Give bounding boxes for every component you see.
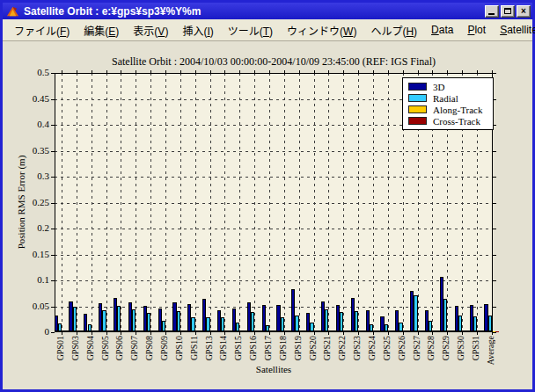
x-tick-label: GPS20	[307, 336, 319, 360]
grid-line-vertical	[77, 73, 77, 332]
y-tick-right	[493, 229, 496, 229]
y-tick-label: 0.05	[21, 301, 49, 311]
menu-item-edit[interactable]: 編集(E)	[77, 20, 126, 40]
menu-item-file[interactable]: ファイル(F)	[7, 20, 77, 40]
x-tick-top	[343, 70, 344, 73]
x-tick-bottom	[165, 332, 166, 335]
x-tick-label: GPS15	[232, 336, 244, 360]
bar-radial	[73, 307, 77, 333]
y-tick-label: 0	[21, 326, 49, 337]
x-tick-bottom	[210, 332, 211, 335]
y-tick-left	[51, 177, 55, 178]
y-tick-label: 0.15	[21, 249, 49, 259]
x-tick-bottom	[418, 332, 419, 335]
x-tick-label: GPS16	[247, 336, 259, 360]
grid-line-vertical	[343, 73, 344, 332]
x-tick-bottom	[195, 332, 196, 335]
x-tick-label: GPS07	[128, 336, 140, 360]
menu-item-help[interactable]: ヘルプ(H)	[363, 20, 424, 40]
grid-line-vertical	[136, 73, 136, 332]
x-tick-bottom	[62, 332, 62, 335]
legend-swatch-3d	[408, 83, 427, 91]
x-tick-label: GPS31	[470, 336, 481, 360]
x-tick-top	[121, 70, 121, 73]
y-tick-label: 0.4	[21, 119, 49, 129]
x-tick-top	[180, 70, 181, 73]
x-tick-top	[373, 70, 374, 73]
x-tick-label: GPS26	[396, 336, 407, 360]
x-tick-label: GPS05	[99, 336, 111, 360]
x-tick-label: GPS17	[262, 336, 274, 360]
menu-item-window[interactable]: ウィンドウ(W)	[280, 20, 363, 40]
grid-line-vertical	[314, 73, 315, 332]
y-axis-label: Position RMS Error (m)	[16, 156, 26, 250]
x-tick-label: GPS23	[351, 336, 363, 360]
bar-radial	[340, 312, 343, 332]
x-tick-bottom	[284, 332, 285, 335]
y-tick-left	[51, 332, 55, 333]
legend-label-along-track: Along-Track	[433, 105, 482, 115]
y-tick-left	[51, 229, 55, 229]
y-tick-label: 0.35	[21, 145, 49, 156]
x-tick-top	[477, 70, 478, 73]
x-tick-top	[388, 70, 389, 73]
grid-line-vertical	[388, 73, 389, 332]
y-tick-right	[493, 307, 496, 308]
bar-radial	[488, 316, 492, 332]
grid-line-vertical	[195, 73, 196, 332]
x-tick-bottom	[447, 332, 448, 335]
x-tick-bottom	[388, 332, 389, 335]
close-icon: ×	[521, 7, 526, 16]
x-tick-label: GPS27	[411, 336, 422, 360]
y-tick-left	[51, 73, 55, 74]
bar-radial	[236, 323, 239, 332]
grid-line-vertical	[150, 73, 151, 332]
bar-radial	[132, 309, 136, 332]
legend-swatch-along-track	[408, 105, 427, 113]
x-tick-label: GPS08	[143, 336, 155, 360]
maximize-button[interactable]	[501, 5, 515, 18]
menu-bar: ファイル(F)編集(E)表示(V)挿入(I)ツール(T)ウィンドウ(W)ヘルプ(…	[3, 19, 532, 41]
menu-item-plot[interactable]: Plot	[460, 21, 493, 39]
minimize-button[interactable]	[485, 5, 499, 18]
x-tick-top	[150, 70, 151, 73]
x-tick-label: GPS09	[158, 336, 170, 360]
x-tick-bottom	[121, 332, 121, 335]
menu-item-data[interactable]: Data	[424, 21, 460, 39]
x-tick-top	[92, 70, 92, 73]
x-tick-top	[418, 70, 419, 73]
x-tick-top	[432, 70, 433, 73]
menu-item-insert[interactable]: 挿入(I)	[175, 20, 220, 40]
grid-line-vertical	[239, 73, 240, 332]
bar-radial	[310, 323, 313, 332]
menu-item-view[interactable]: 表示(V)	[126, 20, 175, 40]
x-tick-bottom	[239, 332, 240, 335]
y-tick-right	[493, 203, 496, 204]
x-tick-label: Average	[485, 336, 496, 365]
x-tick-top	[358, 70, 359, 73]
legend-item-3d: 3D	[408, 82, 487, 92]
close-button[interactable]: ×	[517, 5, 531, 18]
bar-radial	[221, 317, 224, 332]
legend: 3DRadialAlong-TrackCross-Track	[402, 77, 494, 130]
grid-line-vertical	[106, 73, 107, 332]
menu-item-satellite[interactable]: Satellite	[493, 21, 535, 39]
bar-radial	[177, 311, 180, 332]
bar-radial	[473, 316, 477, 332]
x-tick-label: GPS01	[55, 336, 66, 360]
x-tick-bottom	[403, 332, 404, 335]
x-tick-top	[210, 70, 211, 73]
x-tick-top	[403, 70, 404, 73]
title-bar[interactable]: Satellite Orbit : e:¥gps¥sp3¥%Y%m ×	[3, 3, 532, 19]
x-tick-label: GPS14	[217, 336, 229, 360]
grid-line-vertical	[373, 73, 374, 332]
x-tick-top	[447, 70, 448, 73]
grid-line-vertical	[358, 73, 359, 332]
legend-item-radial: Radial	[408, 93, 487, 104]
window-title: Satellite Orbit : e:¥gps¥sp3¥%Y%m	[24, 5, 483, 18]
x-tick-label: GPS25	[381, 336, 392, 360]
x-tick-top	[77, 70, 77, 73]
x-tick-top	[284, 70, 285, 73]
menu-item-tools[interactable]: ツール(T)	[221, 20, 280, 40]
legend-swatch-cross-track	[408, 117, 427, 125]
